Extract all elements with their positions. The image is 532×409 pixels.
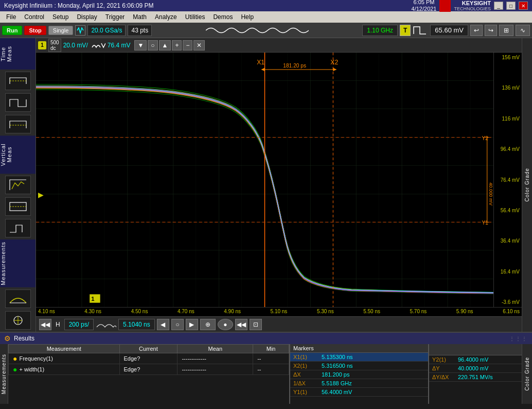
stop-button[interactable]: Stop	[24, 26, 46, 35]
menu-analyze[interactable]: Analyze	[151, 12, 181, 22]
ch-circle-btn[interactable]: ○	[148, 40, 157, 50]
expand-button[interactable]: ⊡	[250, 319, 262, 330]
menu-setup[interactable]: Setup	[48, 12, 73, 22]
fast-left-button[interactable]: ◀◀	[235, 319, 247, 330]
left-nav-button[interactable]: ◀◀	[39, 319, 51, 330]
channel-header: 1 500dc 20.0 mV/ 76.4 mV ▼ ○ ▲ + − ✕	[36, 38, 522, 53]
channel-scale: 20.0 mV/	[63, 42, 88, 49]
marker-y2-label: Y2(1)	[432, 356, 458, 363]
menu-file[interactable]: File	[2, 12, 20, 22]
y-label-5: 56.4 mV	[496, 208, 520, 213]
timebase-display: 200 ps/	[64, 319, 94, 330]
menu-utilities[interactable]: Utilities	[181, 12, 209, 22]
marker-dx-row[interactable]: ΔX 181.200 ps	[290, 370, 428, 379]
x-label-10: 6.10 ns	[503, 309, 520, 315]
results-drag-handle[interactable]: ⋮⋮⋮	[509, 336, 528, 342]
col-mean: Mean	[178, 345, 253, 353]
y1-cursor-label: Y1	[482, 220, 489, 226]
maximize-button[interactable]: □	[506, 2, 516, 10]
results-body: Measurements Measurement Current Mean Mi…	[0, 344, 532, 404]
marker-dx-value: 181.200 ps	[322, 371, 425, 378]
marker-1dx-row[interactable]: 1/ΔX 5.5188 GHz	[290, 379, 428, 388]
misc-btn1[interactable]: ⊞	[499, 25, 513, 36]
frequency-display: 1.10 GHz	[362, 25, 398, 36]
x-label-3: 4.70 ns	[178, 309, 194, 315]
single-button[interactable]: Single	[48, 26, 74, 35]
menu-math[interactable]: Math	[129, 12, 151, 22]
vert-icon-1[interactable]	[5, 176, 31, 194]
titlebar-text: Keysight Infiniium : Monday, April 12, 2…	[4, 2, 154, 9]
marker-x1-row[interactable]: X1(1) 5.135300 ns	[290, 353, 428, 362]
x-label-6: 5.30 ns	[317, 309, 334, 315]
marker-dy-row[interactable]: ΔY 40.0000 mV	[429, 364, 522, 373]
col-current: Current	[119, 345, 178, 353]
time-icon-2[interactable]	[5, 93, 31, 112]
undo-button[interactable]: ↩	[470, 25, 483, 36]
vertical-meas-icons	[0, 174, 36, 240]
close-button[interactable]: ✕	[519, 2, 528, 10]
marker-y2-row[interactable]: Y2(1) 96.4000 mV	[429, 355, 522, 364]
ch-plus-btn[interactable]: +	[172, 40, 182, 50]
menu-display[interactable]: Display	[73, 12, 101, 22]
x1-cursor-label: X1	[257, 59, 264, 66]
y-label-4: 76.4 mV	[496, 177, 520, 183]
pts-display: 43 pts	[128, 25, 152, 36]
menu-control[interactable]: Control	[20, 12, 48, 22]
zoom-button[interactable]: ⊕	[200, 319, 216, 330]
menu-help[interactable]: Help	[237, 12, 258, 22]
voltage-display: 65.60 mV	[430, 25, 468, 36]
time-icon-3[interactable]	[5, 115, 31, 133]
x-label-4: 4.90 ns	[224, 309, 241, 315]
ch-up-btn[interactable]: ▲	[159, 40, 171, 50]
x-label-8: 5.70 ns	[410, 309, 427, 315]
misc-btn2[interactable]: ∿	[516, 25, 530, 36]
ch-minus-btn[interactable]: −	[183, 40, 192, 50]
marker-dy-value: 40.0000 mV	[458, 365, 519, 371]
results-icon: ⚙	[4, 334, 11, 343]
redo-button[interactable]: ↪	[485, 25, 497, 36]
marker-x1-value: 5.135300 ns	[322, 354, 425, 360]
run-button[interactable]: Run	[2, 26, 22, 35]
y-label-2: 116 mV	[496, 116, 520, 122]
y-label-0: 156 mV	[496, 55, 520, 60]
col-measurement: Measurement	[9, 345, 120, 353]
minimize-button[interactable]: _	[494, 2, 503, 10]
freq-dot: ●	[13, 354, 17, 363]
col-min: Min	[253, 345, 289, 353]
main-area: Time Meas Vertical Meas Mea	[0, 38, 532, 332]
table-row[interactable]: ●Frequency(1) Edge? ------------- --	[9, 353, 289, 364]
vert-icon-2[interactable]	[5, 197, 31, 216]
logo-area: 6:05 PM 4/12/2021 ▶ KEYSIGHT TECHNOLOGIE…	[412, 0, 528, 12]
channel-buttons: ▼ ○ ▲ + − ✕	[134, 40, 205, 50]
marker-x1-label: X1(1)	[293, 354, 322, 360]
marker-y1-row[interactable]: Y1(1) 56.4000 mV	[290, 388, 428, 397]
bottom-controls: ◀◀ H 200 ps/ 5.1040 ns ◀ ○ ▶ ⊕ ● ◀◀ ⊡	[36, 316, 522, 332]
width-mean: -------------	[178, 364, 253, 375]
time-icon-1[interactable]	[5, 72, 31, 90]
scroll-center-button[interactable]: ○	[171, 319, 184, 330]
marker-dydx-row[interactable]: ΔY/ΔX 220.751 MV/s	[429, 373, 522, 382]
marker-dydx-value: 220.751 MV/s	[458, 374, 519, 380]
mode-icon[interactable]	[75, 25, 85, 36]
menu-trigger[interactable]: Trigger	[101, 12, 129, 22]
menu-demos[interactable]: Demos	[209, 12, 237, 22]
vertical-meas-label: Vertical Meas	[0, 135, 36, 174]
scroll-left-button[interactable]: ◀	[157, 319, 169, 330]
y-label-1: 136 mV	[496, 85, 520, 91]
plot-container[interactable]: X1 X2 181.20 ps Y2 Y1 40.000 mV	[36, 53, 493, 307]
marker-x2-row[interactable]: X2(1) 5.316500 ns	[290, 362, 428, 370]
scroll-right-button[interactable]: ▶	[186, 319, 198, 330]
meas-icon-2[interactable]	[5, 311, 31, 330]
trigger-edge-icon	[413, 25, 428, 36]
vert-icon-3[interactable]	[5, 219, 31, 237]
meas-icon-1[interactable]	[5, 289, 31, 308]
table-row[interactable]: ●+ width(1) Edge? ------------- --	[9, 364, 289, 375]
x-label-2: 4.50 ns	[131, 309, 148, 315]
svg-text:1: 1	[91, 296, 94, 302]
marker-1dx-label: 1/ΔX	[293, 380, 322, 386]
ch-down-btn[interactable]: ▼	[134, 40, 147, 50]
zoom-knob[interactable]: ●	[218, 319, 233, 330]
ch-x-btn[interactable]: ✕	[193, 40, 205, 50]
x-label-7: 5.50 ns	[363, 309, 380, 315]
freq-mean: -------------	[178, 353, 253, 364]
